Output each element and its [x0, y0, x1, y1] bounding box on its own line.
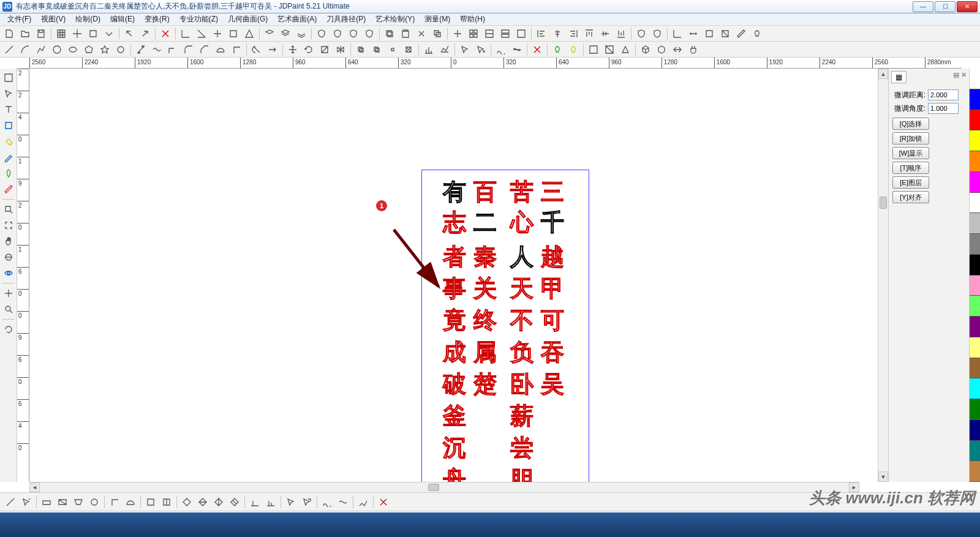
glyph[interactable]: 终	[473, 309, 497, 332]
star-icon[interactable]	[97, 43, 112, 56]
scroll-down-button[interactable]: ▼	[878, 471, 888, 482]
shield-a-icon[interactable]	[634, 27, 649, 40]
render-3-icon[interactable]	[618, 43, 633, 56]
menu-视图v[interactable]: 视图(V)	[36, 13, 70, 25]
view-5-icon[interactable]	[514, 27, 529, 40]
bt-path-icon[interactable]	[356, 495, 371, 509]
menu-专业功能z[interactable]: 专业功能(Z)	[175, 13, 223, 25]
color-swatch[interactable]	[970, 276, 980, 296]
nudge-angle-input[interactable]	[928, 103, 959, 114]
glyph[interactable]: 有	[443, 180, 466, 203]
node-2-icon[interactable]	[149, 43, 164, 56]
bool-x-icon[interactable]	[401, 43, 416, 56]
pick-plus-icon[interactable]	[473, 43, 488, 56]
shield-3-icon[interactable]	[346, 27, 361, 40]
circle-icon[interactable]	[50, 43, 64, 56]
line-icon[interactable]	[2, 43, 17, 56]
glyph[interactable]: 苦	[510, 180, 533, 203]
delete-icon[interactable]	[158, 27, 173, 40]
bt-pick2-icon[interactable]	[300, 495, 314, 509]
scroll-right-button[interactable]: ►	[849, 483, 859, 492]
bt-snap-icon[interactable]	[19, 495, 34, 509]
bt-box2-icon[interactable]	[159, 495, 174, 509]
move-icon[interactable]	[285, 43, 300, 56]
glyph[interactable]: 二	[473, 211, 497, 234]
render-2-icon[interactable]	[602, 43, 617, 56]
dim-box-icon[interactable]	[702, 27, 717, 40]
glyph[interactable]: 甲	[541, 277, 564, 300]
menu-帮助h[interactable]: 帮助(H)	[455, 13, 490, 25]
glyph[interactable]: 事	[443, 277, 466, 300]
glyph[interactable]: 薪	[510, 404, 533, 427]
align-c-icon[interactable]	[550, 27, 565, 40]
color-swatch[interactable]	[970, 213, 980, 234]
bt-curve1-icon[interactable]	[320, 495, 334, 509]
arc-icon[interactable]	[18, 43, 32, 56]
pick-icon[interactable]	[458, 43, 472, 56]
bt-edge1-icon[interactable]	[247, 495, 262, 509]
layer-3-icon[interactable]	[294, 27, 309, 40]
ellipse-icon[interactable]	[66, 43, 80, 56]
scroll-up-button[interactable]: ▲	[878, 69, 888, 79]
node-1-icon[interactable]	[134, 43, 148, 56]
glyph[interactable]: 不	[510, 309, 533, 332]
color-swatch[interactable]	[970, 89, 980, 110]
panel-button[interactable]: [Y]对齐	[892, 191, 929, 203]
bt-curve2-icon[interactable]	[336, 495, 350, 509]
zoom-tool-icon[interactable]	[1, 302, 16, 317]
shield-4-icon[interactable]	[362, 27, 377, 40]
crosshair-icon[interactable]	[70, 27, 85, 40]
bt-diam1-icon[interactable]	[179, 495, 194, 509]
panel-pin-icon[interactable]: ▤ ✕	[953, 71, 967, 79]
polygon-icon[interactable]	[81, 43, 96, 56]
glyph[interactable]: 人	[510, 245, 533, 268]
panel-button[interactable]: [T]顺序	[892, 162, 929, 174]
select-rect-icon[interactable]	[1, 70, 16, 85]
color-swatch[interactable]	[970, 378, 980, 399]
3d-2-icon[interactable]	[654, 43, 669, 56]
eye-tool-icon[interactable]	[1, 266, 16, 280]
bt-box1-icon[interactable]	[143, 495, 158, 509]
lightbulb-green-icon[interactable]	[550, 43, 565, 56]
shield-1-icon[interactable]	[314, 27, 329, 40]
bucket-tool-icon[interactable]	[1, 134, 16, 149]
bool-u-icon[interactable]	[353, 43, 368, 56]
bt-pick1-icon[interactable]	[284, 495, 298, 509]
trim-icon[interactable]	[249, 43, 264, 56]
extend-icon[interactable]	[265, 43, 280, 56]
vertical-scrollbar[interactable]: ▲ ▼	[878, 69, 888, 482]
corner-icon[interactable]	[165, 43, 180, 56]
color-swatch[interactable]	[970, 296, 980, 317]
plug-icon[interactable]	[686, 43, 701, 56]
color-swatch[interactable]	[970, 317, 980, 337]
horizontal-scrollbar[interactable]: ◄ ►	[29, 482, 859, 492]
menu-编辑e[interactable]: 编辑(E)	[105, 13, 140, 25]
shield-b-icon[interactable]	[650, 27, 665, 40]
glyph[interactable]: 釜	[443, 404, 466, 427]
paste-icon[interactable]	[398, 27, 413, 40]
bt-shape2-icon[interactable]	[55, 495, 70, 509]
color-swatch[interactable]	[970, 234, 980, 255]
glyph[interactable]: 者	[443, 245, 466, 268]
measure-tool-icon[interactable]	[1, 182, 16, 197]
new-file-icon[interactable]	[2, 27, 17, 40]
color-swatch[interactable]	[970, 441, 980, 462]
glyph[interactable]: 卧	[510, 372, 533, 396]
3d-3-icon[interactable]	[670, 43, 685, 56]
color-swatch[interactable]	[970, 399, 980, 420]
zoom-extents-icon[interactable]	[1, 218, 16, 233]
bt-edge2-icon[interactable]	[263, 495, 278, 509]
view-2-icon[interactable]	[466, 27, 481, 40]
scroll-left-button[interactable]: ◄	[29, 483, 40, 492]
canvas[interactable]: 1 有百苦三志二心千者秦人越事关天甲竟终不可成属负吞破楚卧吴釜薪沉尝舟胆	[29, 69, 878, 482]
minimize-button[interactable]: —	[913, 1, 933, 12]
maximize-button[interactable]: ☐	[935, 1, 956, 12]
menu-艺术曲面a[interactable]: 艺术曲面(A)	[273, 13, 322, 25]
color-swatch[interactable]	[970, 337, 980, 358]
close-button[interactable]: ✕	[957, 1, 978, 12]
bt-shape4-icon[interactable]	[87, 495, 102, 509]
coord-2-icon[interactable]	[194, 27, 209, 40]
chamfer-icon[interactable]	[197, 43, 212, 56]
fillet-icon[interactable]	[181, 43, 196, 56]
color-swatch[interactable]	[970, 461, 980, 482]
